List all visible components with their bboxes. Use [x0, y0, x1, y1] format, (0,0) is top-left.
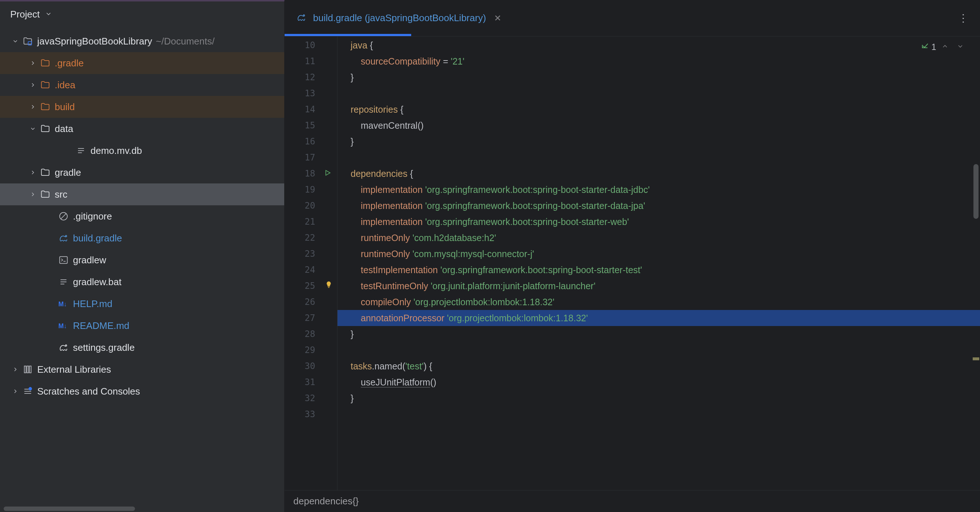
code-line[interactable] [337, 342, 980, 358]
gutter-line-number[interactable]: 26 [285, 294, 337, 310]
gutter-line-number[interactable]: 12 [285, 69, 337, 85]
gutter-line-number[interactable]: 23 [285, 246, 337, 262]
code-line[interactable]: implementation 'org.springframework.boot… [337, 214, 980, 230]
code-line[interactable]: } [337, 133, 980, 149]
project-view-dropdown[interactable]: Project [10, 9, 52, 20]
tree-item[interactable]: M↓HELP.md [0, 293, 284, 315]
chevron-down-icon[interactable] [11, 38, 20, 44]
gutter-line-number[interactable]: 22 [285, 230, 337, 246]
code-line[interactable] [337, 406, 980, 422]
code-line[interactable] [337, 149, 980, 166]
editor-tab-build-gradle[interactable]: build.gradle (javaSpringBootBookLibrary)… [285, 0, 514, 36]
gutter-line-number[interactable]: 16 [285, 133, 337, 149]
tree-item[interactable]: .gitignore [0, 205, 284, 227]
gutter-line-number[interactable]: 27 [285, 310, 337, 326]
run-gutter-icon[interactable] [324, 168, 331, 179]
code-line[interactable]: java { [337, 37, 980, 53]
gutter-line-number[interactable]: 18 [285, 166, 337, 182]
tree-item[interactable]: build.gradle [0, 227, 284, 249]
code-line[interactable]: tasks.named('test') { [337, 358, 980, 374]
gutter-line-number[interactable]: 33 [285, 406, 337, 422]
tree-item[interactable]: src [0, 184, 284, 205]
chevron-down-icon[interactable] [29, 125, 37, 132]
code-line[interactable]: } [337, 69, 980, 85]
folder-icon [40, 167, 50, 178]
gutter-line-number[interactable]: 10 [285, 37, 337, 53]
gutter-line-number[interactable]: 32 [285, 390, 337, 406]
code-line[interactable]: compileOnly 'org.projectlombok:lombok:1.… [337, 294, 980, 310]
gutter-line-number[interactable]: 14 [285, 101, 337, 117]
code-line[interactable]: } [337, 326, 980, 342]
gutter-line-number[interactable]: 29 [285, 342, 337, 358]
code-line[interactable]: repositories { [337, 101, 980, 117]
code-line[interactable]: testRuntimeOnly 'org.junit.platform:juni… [337, 278, 980, 294]
gutter-line-number[interactable]: 13 [285, 85, 337, 101]
tree-item[interactable]: data [0, 118, 284, 139]
chevron-right-icon[interactable] [11, 388, 20, 395]
gutter-line-number[interactable]: 15 [285, 117, 337, 133]
chevron-right-icon[interactable] [29, 82, 37, 88]
folder-icon [40, 58, 50, 68]
chevron-right-icon[interactable] [29, 169, 37, 176]
chevron-down-icon[interactable] [954, 42, 967, 52]
code-line[interactable]: implementation 'org.springframework.boot… [337, 198, 980, 214]
project-tree[interactable]: javaSpringBootBookLibrary ~/Documents/ .… [0, 27, 284, 506]
tree-item[interactable]: settings.gradle [0, 337, 284, 358]
tree-item-label: .idea [55, 79, 75, 91]
tree-item[interactable]: gradlew [0, 249, 284, 271]
tree-external-libraries[interactable]: External Libraries [0, 358, 284, 380]
tree-item[interactable]: gradlew.bat [0, 271, 284, 293]
tree-scratches[interactable]: Scratches and Consoles [0, 380, 284, 402]
editor-breadcrumbs[interactable]: dependencies{} [285, 490, 980, 512]
tree-item-label: demo.mv.db [91, 145, 142, 157]
tree-item[interactable]: build [0, 96, 284, 118]
tree-root[interactable]: javaSpringBootBookLibrary ~/Documents/ [0, 30, 284, 52]
close-icon[interactable]: ✕ [493, 12, 503, 25]
code-line[interactable]: useJUnitPlatform() [337, 374, 980, 390]
tree-item[interactable]: demo.mv.db [0, 139, 284, 162]
lightbulb-icon[interactable] [325, 281, 333, 291]
code-content[interactable]: 1 java { sourceCompatibility = '21'}repo… [337, 36, 980, 490]
gutter-line-number[interactable]: 30 [285, 358, 337, 374]
code-line[interactable]: annotationProcessor 'org.projectlombok:l… [337, 310, 980, 326]
code-line[interactable]: runtimeOnly 'com.mysql:mysql-connector-j… [337, 246, 980, 262]
scrollbar-thumb[interactable] [4, 507, 135, 511]
code-line[interactable]: mavenCentral() [337, 117, 980, 133]
gutter-line-number[interactable]: 20 [285, 198, 337, 214]
gutter-line-number[interactable]: 25 [285, 278, 337, 294]
code-line[interactable]: implementation 'org.springframework.boot… [337, 182, 980, 198]
chevron-down-icon [45, 9, 52, 20]
tree-item-label: src [55, 189, 67, 200]
code-line[interactable]: sourceCompatibility = '21' [337, 53, 980, 69]
code-line[interactable]: dependencies { [337, 166, 980, 182]
tree-item[interactable]: .idea [0, 74, 284, 96]
breadcrumb-item[interactable]: dependencies{} [293, 496, 359, 507]
tree-item[interactable]: gradle [0, 162, 284, 184]
code-line[interactable]: } [337, 390, 980, 406]
editor-scrollbar-vertical[interactable] [974, 164, 978, 219]
sidebar-scrollbar-horizontal[interactable] [0, 506, 284, 512]
chevron-right-icon[interactable] [29, 191, 37, 198]
chevron-right-icon[interactable] [29, 60, 37, 67]
kebab-menu-icon[interactable]: ⋮ [954, 8, 973, 29]
problems-indicator[interactable]: 1 [921, 41, 967, 52]
gutter-line-number[interactable]: 28 [285, 326, 337, 342]
tree-item[interactable]: .gradle [0, 52, 284, 74]
svg-text:M↓: M↓ [58, 301, 67, 308]
editor-gutter[interactable]: 1011121314151617181920212223242526272829… [285, 36, 337, 490]
code-line[interactable]: testImplementation 'org.springframework.… [337, 262, 980, 278]
gutter-line-number[interactable]: 19 [285, 182, 337, 198]
chevron-right-icon[interactable] [11, 366, 20, 373]
gutter-line-number[interactable]: 17 [285, 149, 337, 166]
chevron-right-icon[interactable] [29, 103, 37, 110]
gutter-line-number[interactable]: 11 [285, 53, 337, 69]
code-line[interactable] [337, 85, 980, 101]
tree-item[interactable]: M↓README.md [0, 315, 284, 337]
chevron-up-icon[interactable] [939, 42, 951, 52]
gutter-line-number[interactable]: 24 [285, 262, 337, 278]
gutter-line-number[interactable]: 31 [285, 374, 337, 390]
gutter-line-number[interactable]: 21 [285, 214, 337, 230]
external-libraries-label: External Libraries [37, 364, 111, 375]
code-line[interactable]: runtimeOnly 'com.h2database:h2' [337, 230, 980, 246]
editor-area: build.gradle (javaSpringBootBookLibrary)… [285, 0, 980, 512]
